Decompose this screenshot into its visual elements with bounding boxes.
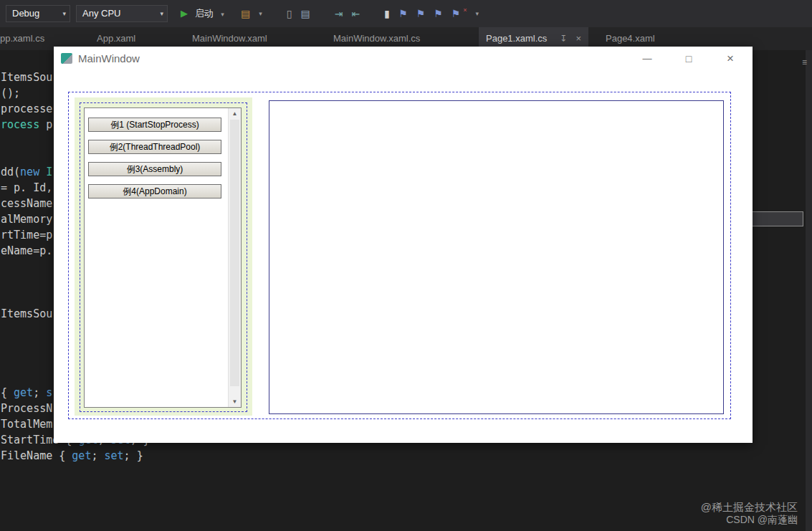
example3-button[interactable]: 例3(Assembly) (88, 162, 221, 176)
toolbar: Debug ▾ Any CPU ▾ ▶ 启动 ▾ ▤ ▾ ▯ ▤ ⇥ ⇤ ▮ ⚑… (0, 0, 812, 27)
code-line: eName=p. (1, 245, 52, 257)
clear-x-icon: × (463, 6, 467, 14)
prev-bookmark-icon[interactable]: ⚑ (398, 8, 408, 19)
bookmark-folder-icon[interactable]: ⚑ (434, 8, 443, 19)
outline-icon[interactable]: ▤ (300, 8, 310, 19)
window-title: MainWindow (78, 47, 140, 71)
app-icon (61, 53, 72, 64)
code-text: ProcessN (1, 402, 52, 415)
code-text: ; (91, 449, 104, 462)
start-label: 启动 (195, 8, 214, 19)
code-line: cessName (1, 198, 52, 210)
content-frame (269, 100, 724, 414)
code-line: = p. Id, (1, 182, 52, 194)
code-line: alMemory (1, 214, 52, 226)
watermark-csdn: CSDN @南蓬幽 (726, 514, 798, 527)
code-text: processe (1, 102, 52, 115)
code-text: rocess (1, 118, 39, 131)
code-text: dd( (1, 166, 20, 178)
scroll-down-icon[interactable]: ▼ (229, 398, 241, 405)
code-text: new (20, 166, 39, 178)
hot-reload-icon[interactable]: ▤ (241, 8, 250, 19)
code-text: (); (1, 87, 20, 100)
bookmark-icon[interactable]: ▮ (384, 8, 390, 19)
code-text: set (105, 449, 124, 462)
toolbar-icons: ▤ ▾ ▯ ▤ ⇥ ⇤ ▮ ⚑ ⚑ ⚑ ⚑ × ▾ (241, 5, 479, 22)
code-line: { get; s (1, 387, 52, 399)
code-line: rocess p (1, 119, 52, 131)
solution-config-dropdown[interactable]: Debug ▾ (6, 5, 70, 22)
mainwindow: MainWindow — □ × 例1 (StartStopProcess) 例… (54, 47, 753, 443)
code-line: FileName { get; set; } (1, 450, 143, 462)
maximize-button[interactable]: □ (678, 47, 699, 71)
outdent-icon[interactable]: ⇤ (351, 8, 360, 19)
chevron-down-icon: ▾ (62, 6, 66, 21)
code-line: TotalMem (1, 418, 52, 431)
code-line: rtTime=p (1, 229, 52, 241)
code-line: dd(new I (1, 166, 52, 178)
code-text: get (14, 386, 33, 399)
platform-dropdown[interactable]: Any CPU ▾ (76, 5, 168, 22)
combo-label: Any CPU (82, 8, 120, 19)
indent-icon[interactable]: ⇥ (335, 8, 343, 19)
listbox-scrollbar[interactable]: ▲ ▼ (228, 108, 241, 407)
chevron-down-icon[interactable]: ▾ (221, 11, 224, 18)
code-text: = p. Id, (1, 181, 52, 194)
play-icon: ▶ (181, 8, 188, 19)
window-titlebar[interactable]: MainWindow — □ × (54, 47, 753, 71)
code-text: s (46, 386, 52, 399)
code-text: rtTime=p (1, 229, 52, 241)
example2-button[interactable]: 例2(ThreadThreadPool) (88, 140, 221, 154)
scroll-up-icon[interactable]: ▲ (229, 110, 241, 117)
code-text: get (72, 449, 91, 462)
close-tab-icon[interactable]: × (576, 33, 582, 44)
next-bookmark-icon[interactable]: ⚑ (416, 8, 425, 19)
code-line: ProcessN (1, 403, 52, 415)
new-file-icon[interactable]: ▯ (287, 8, 292, 19)
listbox: 例1 (StartStopProcess) 例2(ThreadThreadPoo… (84, 107, 242, 408)
tab-app-xaml-cs[interactable]: pp.xaml.cs (0, 27, 44, 50)
watermark-juejin: @稀土掘金技术社区 (701, 501, 798, 515)
code-text: TotalMem (1, 418, 52, 431)
code-text: ItemsSou (1, 307, 52, 320)
code-text: ItemsSou (1, 71, 52, 84)
code-line: ItemsSou (1, 308, 52, 320)
example4-button[interactable]: 例4(AppDomain) (88, 184, 221, 198)
code-text: eName=p. (1, 244, 52, 257)
visual-studio-ide: ItemsSou (); processe rocess p dd(new I … (0, 0, 812, 531)
code-text: FileName { (1, 449, 72, 462)
editor-panel-fragment (752, 211, 803, 226)
chevron-down-icon: ▾ (160, 6, 163, 21)
code-line: processe (1, 103, 52, 115)
editor-scrollbar-strip[interactable] (806, 50, 812, 531)
clear-bookmarks-icon[interactable]: ⚑ (452, 8, 461, 19)
document-outline-icon: ≡ (802, 57, 807, 67)
code-text: ; } (124, 449, 143, 462)
code-text: cessName (1, 197, 52, 210)
tab-label: Page1.xaml.cs (486, 33, 547, 44)
close-button[interactable]: × (720, 47, 741, 71)
code-text: alMemory (1, 213, 52, 226)
example1-button[interactable]: 例1 (StartStopProcess) (88, 118, 221, 132)
start-debug-button[interactable]: ▶ 启动 ▾ (181, 5, 224, 22)
code-text: ; (33, 386, 46, 399)
combo-label: Debug (12, 8, 39, 19)
minimize-button[interactable]: — (636, 47, 658, 71)
chevron-down-icon[interactable]: ▾ (475, 10, 479, 17)
code-text: p (39, 118, 52, 131)
code-text: { (1, 386, 14, 399)
chevron-down-icon[interactable]: ▾ (259, 10, 262, 17)
code-text: I (39, 166, 52, 178)
code-line: ItemsSou (1, 72, 52, 84)
scrollbar-thumb[interactable] (230, 120, 239, 386)
code-line: (); (1, 87, 20, 100)
pin-icon[interactable]: ↧ (560, 34, 567, 44)
